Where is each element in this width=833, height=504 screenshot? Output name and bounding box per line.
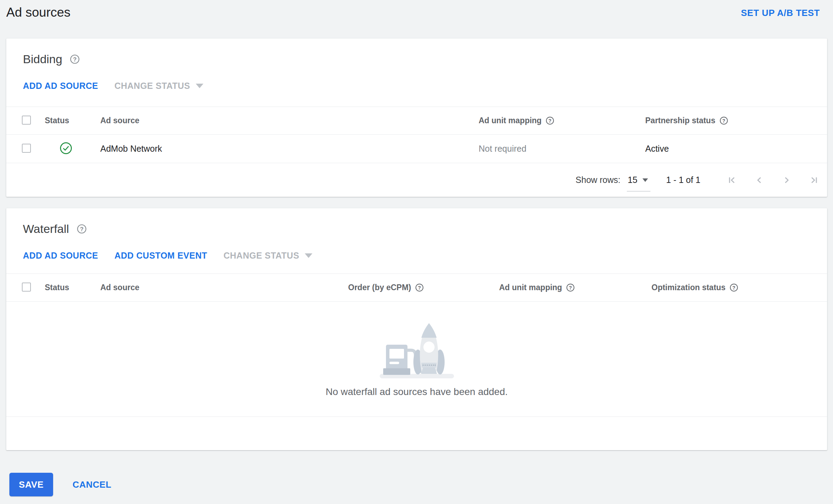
column-ad-unit-mapping: Ad unit mapping ? bbox=[479, 116, 645, 125]
waterfall-add-ad-source-button[interactable]: ADD AD SOURCE bbox=[23, 251, 98, 261]
svg-text:?: ? bbox=[733, 285, 736, 291]
row-ad-source: AdMob Network bbox=[100, 144, 479, 154]
partnership-status-help-icon[interactable]: ? bbox=[720, 116, 728, 125]
column-partnership-status-label: Partnership status bbox=[645, 116, 715, 125]
waterfall-change-status-label: CHANGE STATUS bbox=[224, 251, 299, 261]
bidding-add-ad-source-button[interactable]: ADD AD SOURCE bbox=[23, 81, 98, 91]
waterfall-change-status-button[interactable]: CHANGE STATUS bbox=[224, 251, 312, 261]
column-ad-source: Ad source bbox=[100, 283, 348, 292]
rocket-icon bbox=[413, 323, 445, 375]
row-checkbox[interactable] bbox=[22, 144, 31, 153]
waterfall-table-header: Status Ad source Order (by eCPM) ? Ad un… bbox=[6, 274, 827, 302]
table-row: AdMob Network Not required Active bbox=[6, 135, 827, 163]
column-optimization-status: Optimization status ? bbox=[651, 283, 827, 292]
footer-actions: SAVE CANCEL bbox=[9, 473, 833, 496]
column-order-by-ecpm: Order (by eCPM) ? bbox=[348, 283, 499, 292]
row-partnership-status: Active bbox=[645, 144, 827, 154]
waterfall-help-icon[interactable]: ? bbox=[77, 224, 87, 234]
ad-unit-mapping-help-icon[interactable]: ? bbox=[566, 283, 575, 292]
column-optimization-status-label: Optimization status bbox=[651, 283, 725, 292]
column-partnership-status: Partnership status ? bbox=[645, 116, 827, 125]
caret-down-icon bbox=[305, 253, 312, 258]
waterfall-title: Waterfall bbox=[23, 222, 69, 236]
svg-text:?: ? bbox=[73, 56, 77, 62]
column-ad-unit-mapping-label: Ad unit mapping bbox=[479, 116, 541, 125]
waterfall-footer-bar bbox=[6, 417, 827, 450]
bidding-title: Bidding bbox=[23, 52, 62, 66]
rocket-fuel-pump-illustration bbox=[377, 314, 457, 381]
save-button[interactable]: SAVE bbox=[9, 473, 53, 496]
show-rows-label: Show rows: bbox=[575, 175, 620, 185]
setup-ab-test-button[interactable]: SET UP A/B TEST bbox=[741, 8, 820, 18]
topbar: Ad sources SET UP A/B TEST bbox=[0, 0, 833, 34]
fuel-pump-icon bbox=[383, 345, 410, 375]
column-ad-unit-mapping: Ad unit mapping ? bbox=[499, 283, 651, 292]
svg-text:?: ? bbox=[549, 118, 552, 124]
row-ad-unit-mapping: Not required bbox=[479, 144, 645, 154]
next-page-button[interactable] bbox=[781, 175, 792, 186]
svg-text:?: ? bbox=[418, 285, 421, 291]
rows-per-page-select[interactable]: 15 bbox=[627, 175, 649, 185]
bidding-change-status-button[interactable]: CHANGE STATUS bbox=[115, 81, 203, 91]
row-status bbox=[45, 142, 100, 156]
bidding-pagination: Show rows: 15 1 - 1 of 1 bbox=[6, 163, 827, 197]
waterfall-empty-state: No waterfall ad sources have been added. bbox=[6, 302, 827, 417]
bidding-change-status-label: CHANGE STATUS bbox=[115, 81, 190, 91]
svg-text:?: ? bbox=[80, 226, 83, 232]
column-ad-source: Ad source bbox=[100, 116, 479, 125]
rows-per-page-value: 15 bbox=[628, 175, 638, 185]
column-order-by-ecpm-label: Order (by eCPM) bbox=[348, 283, 411, 292]
caret-down-icon bbox=[196, 84, 203, 88]
optimization-status-help-icon[interactable]: ? bbox=[730, 283, 738, 292]
bidding-help-icon[interactable]: ? bbox=[70, 54, 80, 64]
column-status: Status bbox=[45, 116, 100, 125]
page-title: Ad sources bbox=[6, 5, 70, 20]
status-active-icon bbox=[60, 142, 72, 154]
first-page-button[interactable] bbox=[726, 175, 737, 186]
ad-unit-mapping-help-icon[interactable]: ? bbox=[546, 116, 554, 125]
bidding-table-header: Status Ad source Ad unit mapping ? Partn… bbox=[6, 107, 827, 135]
cancel-button[interactable]: CANCEL bbox=[73, 479, 111, 490]
svg-text:?: ? bbox=[569, 285, 572, 291]
caret-down-icon bbox=[642, 178, 648, 182]
svg-text:?: ? bbox=[722, 118, 725, 124]
pagination-range: 1 - 1 of 1 bbox=[666, 175, 700, 185]
add-custom-event-button[interactable]: ADD CUSTOM EVENT bbox=[115, 251, 207, 261]
bidding-select-all-checkbox[interactable] bbox=[22, 116, 31, 125]
bidding-section: Bidding ? ADD AD SOURCE CHANGE STATUS St… bbox=[6, 39, 827, 197]
previous-page-button[interactable] bbox=[754, 175, 765, 186]
last-page-button[interactable] bbox=[809, 175, 820, 186]
waterfall-select-all-checkbox[interactable] bbox=[22, 283, 31, 292]
empty-state-message: No waterfall ad sources have been added. bbox=[326, 386, 508, 397]
column-status: Status bbox=[45, 283, 100, 292]
column-ad-unit-mapping-label: Ad unit mapping bbox=[499, 283, 562, 292]
order-by-ecpm-help-icon[interactable]: ? bbox=[415, 283, 424, 292]
waterfall-section: Waterfall ? ADD AD SOURCE ADD CUSTOM EVE… bbox=[6, 208, 827, 450]
